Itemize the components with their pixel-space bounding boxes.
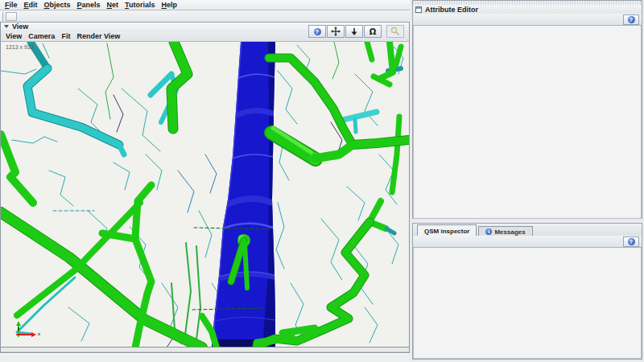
tab-qsm-inspector[interactable]: QSM inspector — [417, 224, 477, 236]
attribute-editor-titlebar[interactable]: Attribute Editor — [413, 5, 642, 14]
help-icon: ? — [628, 238, 635, 245]
inspector-panel: QSM inspectoriMessages ? — [412, 223, 642, 360]
help-icon: ? — [628, 16, 635, 23]
toolbar-blank-button[interactable] — [6, 12, 17, 21]
help-button[interactable]: ? — [308, 25, 326, 38]
left-column: FileEditObjectsPanelsNetTutorialsHelp Vi… — [0, 0, 410, 362]
viewport-bottom-strip — [1, 347, 409, 352]
attribute-editor-title: Attribute Editor — [425, 6, 478, 14]
view-menu-render-view[interactable]: Render View — [73, 32, 123, 40]
view-menu-camera[interactable]: Camera — [25, 32, 58, 40]
help-icon: ? — [314, 28, 321, 35]
zoom-button[interactable] — [386, 25, 404, 38]
inspector-toolbar: ? — [413, 236, 642, 248]
menu-item-panels[interactable]: Panels — [74, 1, 104, 9]
attribute-editor-toolbar: ? — [413, 14, 642, 26]
menu-item-objects[interactable]: Objects — [41, 1, 74, 9]
menu-item-net[interactable]: Net — [104, 1, 122, 9]
application-window: FileEditObjectsPanelsNetTutorialsHelp Vi… — [0, 0, 644, 362]
view-panel-title: View — [12, 23, 28, 31]
3d-viewport[interactable]: 1213 x 933 — [1, 42, 409, 347]
down-arrow-icon — [350, 27, 358, 36]
inspector-tabbar: QSM inspectoriMessages — [413, 224, 642, 236]
zoom-icon — [390, 27, 400, 36]
attribute-editor-help-button[interactable]: ? — [623, 14, 639, 25]
orbit-button[interactable]: Ω — [364, 25, 382, 38]
attribute-editor-content — [413, 26, 642, 219]
menu-item-tutorials[interactable]: Tutorials — [122, 1, 158, 9]
menu-item-file[interactable]: File — [2, 1, 21, 9]
orbit-icon: Ω — [369, 27, 377, 36]
collapse-icon[interactable] — [4, 25, 9, 28]
main-menubar: FileEditObjectsPanelsNetTutorialsHelp — [0, 0, 410, 10]
toolbar-grip[interactable] — [1, 12, 3, 21]
status-bar — [0, 353, 410, 362]
tab-messages[interactable]: iMessages — [478, 226, 532, 236]
right-column: Attribute Editor ? QSM inspectoriMessage… — [410, 0, 644, 362]
down-arrow-button[interactable] — [345, 25, 363, 38]
main-toolbar — [0, 10, 410, 23]
attribute-editor-panel: Attribute Editor ? — [412, 0, 642, 219]
inspector-content — [413, 248, 642, 359]
inspector-help-button[interactable]: ? — [623, 237, 639, 247]
view-menu-view[interactable]: View — [2, 32, 25, 40]
menu-item-help[interactable]: Help — [158, 1, 180, 9]
pan-icon — [331, 27, 341, 36]
view-toolbar-buttons: ? — [308, 25, 404, 38]
info-icon: i — [485, 228, 492, 235]
menu-item-edit[interactable]: Edit — [21, 1, 41, 9]
view-menu-fit[interactable]: Fit — [58, 32, 73, 40]
viewport-scene — [1, 42, 409, 347]
view-panel: View ViewCameraFitRender View ? — [0, 23, 410, 353]
window-icon — [415, 6, 422, 13]
viewport-size-label: 1213 x 933 — [6, 44, 34, 50]
view-panel-header: View ViewCameraFitRender View ? — [1, 23, 409, 42]
pan-button[interactable] — [327, 25, 345, 38]
